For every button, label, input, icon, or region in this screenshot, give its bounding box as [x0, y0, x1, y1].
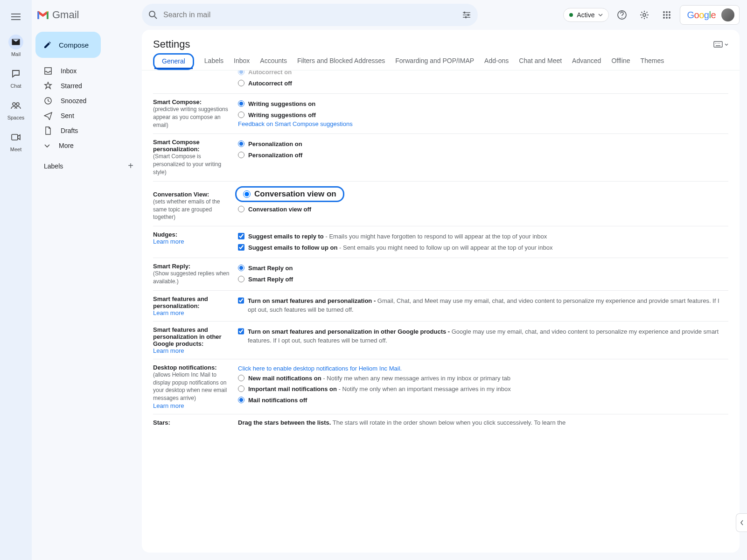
svg-point-14 [666, 14, 668, 16]
spaces-icon [11, 102, 21, 109]
sent-icon [44, 112, 52, 120]
sc-personal-off-radio[interactable] [238, 152, 244, 158]
search-icon [148, 10, 158, 20]
support-button[interactable] [613, 6, 631, 24]
avatar [720, 7, 735, 22]
status-pill[interactable]: Active [563, 8, 609, 22]
svg-point-13 [663, 14, 665, 16]
gmail-logo-icon [36, 10, 49, 20]
notif-off-radio[interactable] [238, 397, 244, 403]
tab-advanced[interactable]: Advanced [572, 57, 601, 70]
chevron-left-icon [740, 520, 744, 525]
caret-down-icon [725, 43, 728, 46]
svg-point-11 [666, 11, 668, 13]
caret-down-icon [598, 14, 603, 16]
sidebar: Gmail Compose Inbox Starred Snoozed Sent… [32, 0, 142, 560]
chat-icon [11, 69, 21, 78]
setting-label: Stars: [153, 419, 233, 426]
svg-point-1 [16, 103, 19, 105]
autocorrect-on-radio[interactable] [238, 70, 244, 75]
sidebar-item-more[interactable]: More [32, 138, 142, 153]
notif-important-radio[interactable] [238, 385, 244, 392]
compose-button[interactable]: Compose [35, 32, 101, 58]
gmail-logo[interactable]: Gmail [32, 4, 142, 26]
search-options-icon[interactable] [462, 10, 471, 20]
svg-point-16 [663, 17, 665, 19]
status-dot-icon [569, 13, 573, 17]
tab-labels[interactable]: Labels [204, 57, 223, 70]
sidebar-item-snoozed[interactable]: Snoozed [32, 93, 142, 108]
conv-view-on-radio[interactable] [243, 190, 251, 198]
tab-filters[interactable]: Filters and Blocked Addresses [297, 57, 385, 70]
search-input[interactable] [163, 11, 456, 19]
smartcompose-off-radio[interactable] [238, 112, 244, 118]
labels-header: Labels [44, 162, 63, 170]
apps-grid-icon [663, 11, 671, 19]
smartcompose-on-radio[interactable] [238, 100, 244, 107]
mail-icon [11, 38, 21, 46]
setting-label: Nudges: [153, 231, 233, 238]
sidebar-item-starred[interactable]: Starred [32, 78, 142, 93]
search-bar[interactable] [142, 4, 478, 26]
tab-accounts[interactable]: Accounts [260, 57, 287, 70]
smartfeat-checkbox[interactable] [238, 297, 244, 304]
sc-personal-on-radio[interactable] [238, 140, 244, 147]
svg-point-4 [149, 11, 155, 17]
smartfeat-learn-more-link[interactable]: Learn more [153, 309, 233, 316]
sidebar-item-inbox[interactable]: Inbox [32, 63, 142, 78]
tab-themes[interactable]: Themes [641, 57, 664, 70]
google-wordmark: Google [687, 10, 716, 21]
rail-label: Mail [11, 51, 21, 57]
tab-addons[interactable]: Add-ons [484, 57, 509, 70]
autocorrect-off-radio[interactable] [238, 80, 244, 86]
svg-rect-19 [714, 42, 722, 47]
sidebar-item-sent[interactable]: Sent [32, 108, 142, 123]
rail-item-meet[interactable]: Meet [4, 125, 28, 155]
conversation-view-on-option[interactable]: Conversation view on [235, 186, 344, 202]
sidebar-item-drafts[interactable]: Drafts [32, 123, 142, 138]
tab-offline[interactable]: Offline [611, 57, 630, 70]
enable-desktop-notif-link[interactable]: Click here to enable desktop notificatio… [238, 364, 728, 373]
rail-item-mail[interactable]: Mail [4, 30, 28, 60]
rail-label: Chat [10, 83, 21, 89]
tab-forwarding[interactable]: Forwarding and POP/IMAP [395, 57, 474, 70]
apps-button[interactable] [657, 6, 676, 24]
page-title: Settings [153, 38, 190, 50]
setting-label: Smart Compose: [153, 98, 233, 105]
gear-icon [639, 10, 649, 20]
smartfeat-other-learn-more-link[interactable]: Learn more [153, 347, 233, 354]
tab-inbox[interactable]: Inbox [234, 57, 250, 70]
rail-item-spaces[interactable]: Spaces [4, 93, 28, 123]
side-panel-toggle[interactable] [736, 513, 747, 532]
smartreply-off-radio[interactable] [238, 276, 244, 282]
settings-button[interactable] [635, 6, 654, 24]
chevron-down-icon [44, 142, 50, 149]
google-account-button[interactable]: Google [680, 5, 740, 25]
desktop-learn-more-link[interactable]: Learn more [153, 402, 233, 409]
conv-view-off-radio[interactable] [238, 206, 244, 212]
add-label-button[interactable]: + [128, 161, 133, 171]
svg-point-10 [663, 11, 665, 13]
setting-label: Conversation View: [153, 191, 233, 198]
smartfeat-other-checkbox[interactable] [238, 328, 244, 335]
clock-icon [44, 97, 52, 105]
tab-chat-meet[interactable]: Chat and Meet [519, 57, 562, 70]
help-icon [617, 10, 627, 20]
svg-rect-7 [465, 16, 467, 18]
svg-point-15 [669, 14, 670, 16]
drafts-icon [44, 126, 52, 135]
setting-label: Smart Reply: [153, 263, 233, 270]
smartreply-on-radio[interactable] [238, 265, 244, 271]
rail-item-chat[interactable]: Chat [4, 62, 28, 91]
rail-label: Spaces [7, 115, 25, 120]
tab-general[interactable]: General [153, 53, 194, 70]
svg-rect-6 [468, 14, 469, 16]
smartcompose-feedback-link[interactable]: Feedback on Smart Compose suggestions [238, 120, 728, 127]
main-menu-button[interactable] [5, 6, 27, 28]
input-tools-button[interactable] [713, 41, 728, 48]
nudges-reply-checkbox[interactable] [238, 233, 244, 239]
nudges-learn-more-link[interactable]: Learn more [153, 238, 233, 245]
nudges-followup-checkbox[interactable] [238, 244, 244, 251]
meet-icon [11, 134, 21, 140]
notif-new-radio[interactable] [238, 375, 244, 381]
